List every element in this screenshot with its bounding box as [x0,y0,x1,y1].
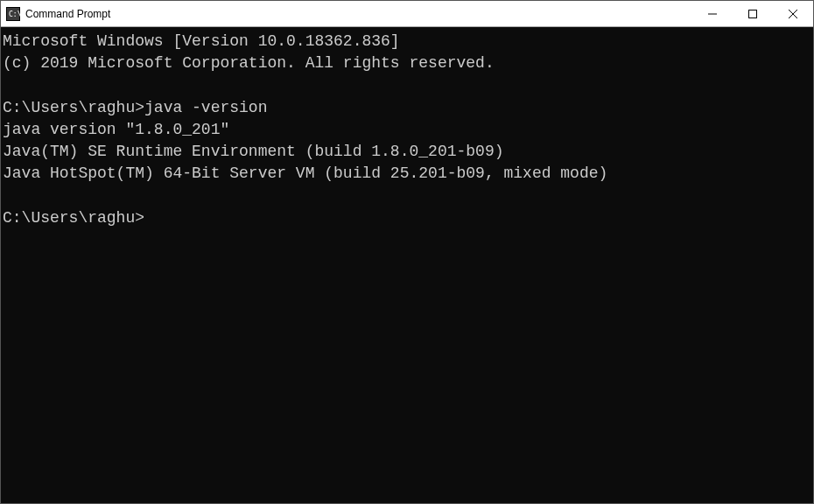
maximize-icon [748,10,757,18]
terminal-body[interactable]: Microsoft Windows [Version 10.0.18362.83… [1,27,813,503]
close-icon [789,10,797,18]
svg-rect-4 [749,10,757,18]
output-line: Java HotSpot(TM) 64-Bit Server VM (build… [3,164,607,182]
cmd-icon: C:\ [6,7,20,21]
window-controls [692,1,813,26]
minimize-icon [708,10,717,18]
command-prompt-window: C:\ Command Prompt Microsoft [0,0,814,504]
minimize-button[interactable] [692,1,733,26]
prompt-text: C:\Users\raghu> [3,99,144,116]
maximize-button[interactable] [733,1,773,26]
output-line: java version "1.8.0_201" [3,121,229,138]
output-line: Microsoft Windows [Version 10.0.18362.83… [3,32,400,50]
output-line: (c) 2019 Microsoft Corporation. All righ… [3,54,495,72]
window-title: Command Prompt [25,8,692,20]
prompt-text: C:\Users\raghu> [3,209,144,227]
prompt-line: C:\Users\raghu> [3,209,144,227]
svg-text:C:\: C:\ [9,10,20,18]
output-line: Java(TM) SE Runtime Environment (build 1… [3,143,504,160]
close-button[interactable] [773,1,813,26]
prompt-line: C:\Users\raghu>java -version [3,99,267,116]
titlebar[interactable]: C:\ Command Prompt [1,1,813,27]
command-text: java -version [144,99,267,116]
